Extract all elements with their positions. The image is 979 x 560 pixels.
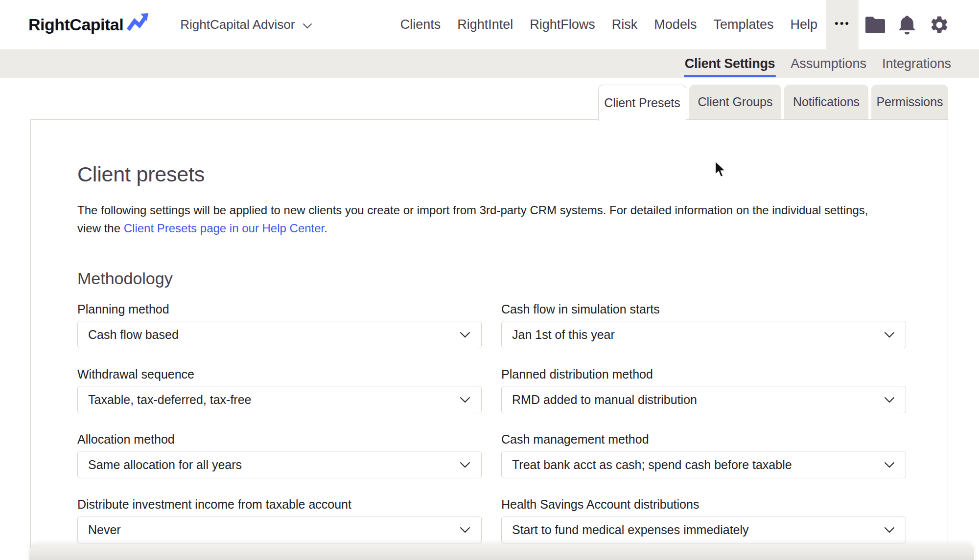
settings-subnav: Client Settings Assumptions Integrations — [0, 49, 979, 78]
select-value: Jan 1st of this year — [512, 328, 615, 342]
chevron-down-icon — [884, 462, 895, 468]
select-value: Cash flow based — [88, 328, 179, 342]
client-presets-panel: Client presets The following settings wi… — [30, 119, 948, 560]
chevron-down-icon — [460, 397, 470, 403]
nav-item-templates[interactable]: Templates — [713, 17, 773, 32]
tab-permissions[interactable]: Permissions — [871, 85, 948, 119]
field-withdrawal-sequence: Withdrawal sequence Taxable, tax-deferre… — [77, 367, 482, 413]
field-label: Health Savings Account distributions — [501, 497, 906, 512]
tab-notifications[interactable]: Notifications — [784, 85, 868, 119]
field-hsa-distributions: Health Savings Account distributions Sta… — [501, 497, 906, 543]
field-label: Distribute investment income from taxabl… — [77, 497, 482, 512]
chevron-down-icon — [460, 527, 470, 533]
primary-nav: Clients RightIntel RightFlows Risk Model… — [400, 17, 817, 32]
planning-method-select[interactable]: Cash flow based — [77, 321, 482, 348]
chevron-down-icon — [884, 397, 895, 403]
tab-client-presets[interactable]: Client Presets — [598, 85, 686, 121]
chevron-down-icon — [884, 527, 895, 533]
chevron-down-icon — [303, 23, 312, 29]
folder-icon[interactable] — [865, 17, 885, 33]
planned-distribution-select[interactable]: RMD added to manual distribution — [501, 386, 906, 413]
field-label: Allocation method — [77, 432, 482, 447]
nav-item-help[interactable]: Help — [790, 17, 817, 32]
logo-text: RightCapital — [28, 15, 123, 34]
chevron-down-icon — [460, 462, 470, 468]
cash-flow-simulation-select[interactable]: Jan 1st of this year — [501, 321, 906, 348]
bell-icon[interactable] — [898, 15, 916, 35]
withdrawal-sequence-select[interactable]: Taxable, tax-deferred, tax-free — [77, 386, 482, 413]
description-line2-suffix: . — [324, 222, 327, 235]
nav-item-rightintel[interactable]: RightIntel — [457, 17, 513, 32]
workspace-name: RightCapital Advisor — [180, 17, 295, 32]
methodology-fields: Planning method Cash flow based Cash flo… — [77, 302, 948, 543]
allocation-method-select[interactable]: Same allocation for all years — [77, 451, 482, 478]
field-label: Cash flow in simulation starts — [501, 302, 906, 316]
field-cash-management-method: Cash management method Treat bank acct a… — [501, 432, 906, 478]
top-navigation-bar: RightCapital RightCapital Advisor Client… — [0, 0, 979, 49]
subnav-item-assumptions[interactable]: Assumptions — [791, 49, 866, 78]
tab-client-groups[interactable]: Client Groups — [689, 85, 781, 119]
field-label: Planned distribution method — [501, 367, 906, 381]
help-center-link[interactable]: Client Presets page in our Help Center — [124, 222, 325, 235]
page-description: The following settings will be applied t… — [77, 201, 909, 237]
gear-icon[interactable] — [929, 15, 950, 35]
distribute-investment-income-select[interactable]: Never — [77, 516, 482, 543]
subnav-item-client-settings[interactable]: Client Settings — [685, 49, 775, 78]
nav-item-clients[interactable]: Clients — [400, 17, 441, 32]
description-line2-prefix: view the — [77, 222, 124, 235]
field-label: Withdrawal sequence — [77, 367, 482, 381]
description-line1: The following settings will be applied t… — [77, 203, 868, 217]
field-label: Planning method — [77, 302, 482, 316]
chevron-down-icon — [884, 332, 895, 338]
hsa-distributions-select[interactable]: Start to fund medical expenses immediate… — [501, 516, 906, 543]
nav-item-models[interactable]: Models — [654, 17, 697, 32]
chevron-down-icon — [460, 332, 470, 338]
select-value: RMD added to manual distribution — [512, 393, 697, 407]
field-cash-flow-simulation-starts: Cash flow in simulation starts Jan 1st o… — [501, 302, 906, 348]
client-settings-tabs: Client Presets Client Groups Notificatio… — [598, 85, 948, 121]
bottom-fade-scrim — [29, 544, 974, 560]
field-distribute-investment-income: Distribute investment income from taxabl… — [77, 497, 482, 543]
subnav-item-integrations[interactable]: Integrations — [882, 49, 951, 78]
field-allocation-method: Allocation method Same allocation for al… — [77, 432, 482, 478]
more-ellipsis-icon: ••• — [835, 18, 850, 32]
select-value: Same allocation for all years — [88, 458, 242, 472]
methodology-section-title: Methodology — [77, 268, 948, 289]
nav-item-risk[interactable]: Risk — [612, 17, 638, 32]
logo-trend-arrow-icon — [126, 13, 149, 33]
nav-item-rightflows[interactable]: RightFlows — [530, 17, 595, 32]
select-value: Start to fund medical expenses immediate… — [512, 523, 749, 537]
rightcapital-logo[interactable]: RightCapital — [28, 15, 149, 34]
more-options-button[interactable]: ••• — [826, 0, 859, 49]
select-value: Taxable, tax-deferred, tax-free — [88, 393, 252, 407]
select-value: Treat bank acct as cash; spend cash befo… — [512, 458, 792, 472]
workspace-selector[interactable]: RightCapital Advisor — [180, 17, 312, 32]
field-label: Cash management method — [501, 432, 906, 447]
field-planning-method: Planning method Cash flow based — [77, 302, 482, 348]
topbar-icon-group — [865, 15, 950, 35]
field-planned-distribution-method: Planned distribution method RMD added to… — [501, 367, 906, 413]
page-title: Client presets — [77, 162, 948, 186]
select-value: Never — [88, 523, 121, 537]
cash-management-select[interactable]: Treat bank acct as cash; spend cash befo… — [501, 451, 906, 478]
